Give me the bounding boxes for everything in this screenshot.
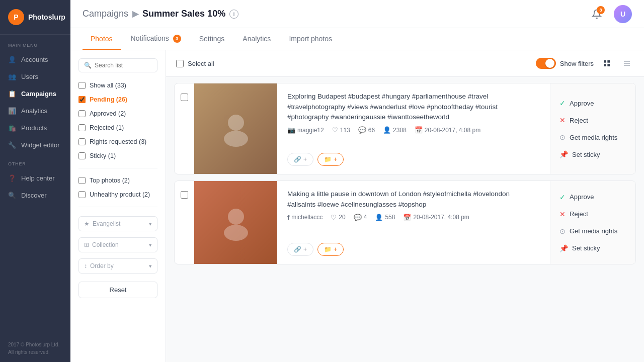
search-box[interactable]: 🔍 (78, 58, 157, 72)
main-content: Campaigns ▶ Summer Sales 10% i 8 U Photo… (70, 0, 644, 362)
search-input[interactable] (95, 62, 152, 69)
filter-unhealthy-product[interactable]: Unhealthy product (2) (78, 190, 157, 200)
svg-point-10 (224, 225, 248, 241)
sidebar-item-campaigns[interactable]: 📋 Campaigns (0, 85, 70, 102)
tab-notifications[interactable]: Notifications 3 (123, 28, 189, 50)
filter-show-all-checkbox[interactable] (78, 82, 86, 89)
set-sticky-button[interactable]: 📌 Set sticky (554, 147, 631, 162)
svg-rect-3 (607, 64, 610, 67)
sticky-icon: 📌 (559, 244, 568, 252)
photo-1-image (194, 83, 277, 174)
photo-1-right-actions: ✓ Approve ✕ Reject ⊙ Get media rights 📌 … (550, 83, 635, 174)
notifications-button[interactable]: 8 (588, 5, 606, 23)
x-icon: ✕ (559, 210, 566, 218)
photo-2-link-button[interactable]: 🔗 + (287, 243, 313, 256)
sidebar-item-users[interactable]: 👥 Users (0, 68, 70, 85)
evangelist-dropdown[interactable]: ★ Evangelist ▾ (78, 216, 157, 231)
filter-show-all[interactable]: Show all (33) (78, 80, 157, 90)
filter-rights-requested[interactable]: Rights requested (3) (78, 137, 157, 147)
filter-sticky-checkbox[interactable] (78, 152, 86, 159)
breadcrumb: Campaigns ▶ Summer Sales 10% i (83, 9, 238, 19)
filter-top-photos[interactable]: Top photos (2) (78, 175, 157, 186)
search-icon: 🔍 (84, 62, 92, 69)
reset-button[interactable]: Reset (78, 282, 157, 298)
collection-dropdown[interactable]: ⊞ Collection ▾ (78, 237, 157, 252)
photo-1-folder-button[interactable]: 📁 + (317, 153, 344, 166)
widget-editor-icon: 🔧 (8, 141, 16, 149)
folder-icon: 📁 (324, 156, 332, 163)
approve-button[interactable]: ✓ Approve (554, 190, 631, 205)
order-by-dropdown[interactable]: ↕ Order by ▾ (78, 258, 157, 274)
reject-button[interactable]: ✕ Reject (554, 113, 631, 128)
filter-sticky[interactable]: Sticky (1) (78, 151, 157, 161)
reach-icon: 👤 (375, 214, 383, 221)
info-icon[interactable]: i (229, 10, 238, 19)
filter-rejected-checkbox[interactable] (78, 124, 86, 131)
notification-badge: 8 (597, 6, 605, 14)
photo-2-folder-button[interactable]: 📁 + (317, 243, 344, 256)
filter-rights-requested-checkbox[interactable] (78, 138, 86, 145)
help-center-icon: ❓ (8, 174, 16, 182)
show-filters-toggle[interactable] (536, 58, 556, 69)
photo-1-actions: 🔗 + 📁 + (287, 153, 540, 166)
reach-icon: 👤 (383, 126, 391, 134)
sidebar-item-widget-editor[interactable]: 🔧 Widget editor (0, 136, 70, 153)
get-media-rights-button[interactable]: ⊙ Get media rights (554, 130, 631, 145)
photo-1-reach: 👤 2308 (383, 126, 407, 134)
select-all-wrap: Select all (176, 60, 214, 67)
filter-rejected[interactable]: Rejected (1) (78, 123, 157, 133)
link-icon: 🔗 (294, 246, 301, 253)
check-icon: ✓ (559, 99, 566, 107)
filter-approved[interactable]: Approved (2) (78, 109, 157, 119)
tab-analytics[interactable]: Analytics (234, 29, 279, 50)
sidebar-item-label: Analytics (21, 107, 47, 115)
svg-point-9 (228, 209, 244, 225)
sidebar-item-label: Help center (21, 174, 54, 182)
feed-toolbar-right: Show filters (536, 56, 634, 70)
tab-settings[interactable]: Settings (191, 29, 233, 50)
show-filters-toggle-wrap: Show filters (536, 58, 594, 69)
photo-2-right-actions: ✓ Approve ✕ Reject ⊙ Get media rights 📌 … (550, 181, 635, 264)
sidebar-item-products[interactable]: 🛍️ Products (0, 119, 70, 136)
filter-unhealthy-product-checkbox[interactable] (78, 191, 86, 198)
photo-2-checkbox[interactable] (181, 191, 188, 199)
breadcrumb-parent: Campaigns (83, 9, 128, 19)
list-view-button[interactable] (620, 56, 634, 70)
filter-approved-checkbox[interactable] (78, 110, 86, 117)
photo-1-link-button[interactable]: 🔗 + (287, 153, 313, 166)
sidebar-item-analytics[interactable]: 📊 Analytics (0, 102, 70, 119)
user-avatar[interactable]: U (614, 5, 632, 23)
photo-1-checkbox[interactable] (181, 94, 188, 101)
select-all-checkbox[interactable] (176, 60, 184, 67)
notifications-tab-badge: 3 (173, 35, 181, 43)
sidebar-item-accounts[interactable]: 👤 Accounts (0, 51, 70, 68)
filter-top-photos-checkbox[interactable] (78, 177, 86, 184)
reject-button[interactable]: ✕ Reject (554, 207, 631, 222)
grid-view-button[interactable] (600, 56, 614, 70)
accounts-icon: 👤 (8, 55, 16, 63)
tab-photos[interactable]: Photos (83, 29, 121, 50)
svg-point-8 (224, 131, 248, 147)
calendar-icon: 📅 (415, 126, 423, 134)
filter-pending[interactable]: Pending (26) (78, 95, 157, 105)
chevron-down-icon: ▾ (149, 242, 152, 248)
photo-2-platform: f michellaccc (287, 214, 323, 221)
sidebar-item-discover[interactable]: 🔍 Discover (0, 187, 70, 204)
filter-pending-checkbox[interactable] (78, 96, 86, 103)
photo-2-meta: f michellaccc ♡ 20 💬 4 👤 (287, 214, 540, 221)
photo-1-likes: ♡ 113 (332, 126, 350, 134)
svg-rect-2 (604, 64, 606, 67)
set-sticky-button[interactable]: 📌 Set sticky (554, 241, 631, 256)
approve-button[interactable]: ✓ Approve (554, 96, 631, 111)
users-icon: 👥 (8, 72, 16, 80)
photo-2-caption: Making a little pause in downtown of Lon… (287, 189, 540, 210)
grid-icon: ⊞ (84, 241, 89, 248)
app-logo[interactable]: P Photoslurp (0, 0, 70, 35)
tab-import-photos[interactable]: Import photos (281, 29, 340, 50)
photo-1-comments: 💬 66 (358, 126, 375, 134)
show-filters-label: Show filters (560, 60, 594, 67)
get-media-rights-button[interactable]: ⊙ Get media rights (554, 224, 631, 239)
x-icon: ✕ (559, 116, 566, 124)
photo-checkbox-wrap (175, 83, 194, 174)
sidebar-item-help-center[interactable]: ❓ Help center (0, 169, 70, 187)
